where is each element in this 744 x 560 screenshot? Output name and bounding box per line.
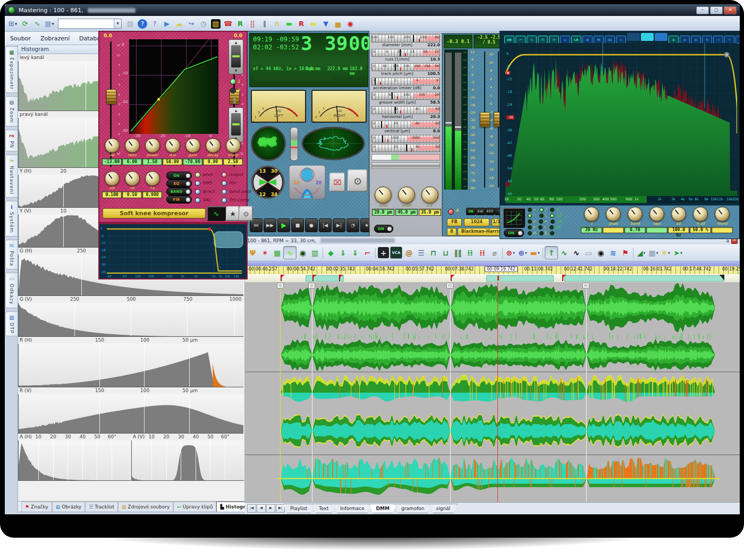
xy-pad-icon[interactable]: + <box>378 247 389 258</box>
gauge-button[interactable]: ◔ <box>346 218 359 232</box>
mode-led-bandpass[interactable]: band pass <box>222 189 251 194</box>
page-tab-signl[interactable]: signál <box>429 504 458 513</box>
knob-dB[interactable] <box>105 138 120 153</box>
filter-shape-row-0[interactable]: ⌐╱6 <box>528 208 559 212</box>
eq-grid-button[interactable] <box>503 208 525 228</box>
marker-flag-1[interactable] <box>312 275 314 281</box>
dmm-power-button[interactable]: ⊙ <box>348 169 368 192</box>
analyzer-mode-button-20[interactable]: ▯ <box>735 36 740 44</box>
record-dot-icon[interactable]: ◉ <box>344 18 356 30</box>
ffwd-button[interactable]: ▶▶ <box>264 218 276 232</box>
menu-item-soubor[interactable]: Soubor <box>10 35 31 42</box>
mode-led-VAL[interactable]: VAL <box>195 198 210 203</box>
bypass-red-icon[interactable]: ⊗▼ <box>504 247 517 259</box>
step-correction-icon[interactable]: ⌐ <box>361 247 374 259</box>
loop-a-icon[interactable]: ⊓ <box>427 247 439 259</box>
knob-taps[interactable] <box>649 207 664 222</box>
toggle-eq[interactable]: EQ <box>166 180 192 188</box>
starburst-icon[interactable]: ✳▼ <box>660 247 672 259</box>
channel-stack-icon[interactable]: ☰ <box>415 247 427 259</box>
tab-obrzky[interactable]: ▤Obrázky <box>52 502 85 512</box>
record-button[interactable]: ● <box>305 218 318 232</box>
minimize-button[interactable]: – <box>696 6 709 14</box>
marker-flag-2[interactable] <box>339 275 340 281</box>
wave-monitor-icon[interactable]: ∿ <box>31 18 43 30</box>
filter-shape-row-4[interactable]: ∅╳ <box>528 231 556 235</box>
toggle-iir[interactable]: IIR <box>466 208 476 215</box>
knob-band[interactable] <box>628 207 642 222</box>
marker-flag-0[interactable] <box>281 275 282 281</box>
marker-flag-4[interactable] <box>562 275 563 281</box>
knob-ratio[interactable] <box>125 138 140 153</box>
groove-width-track[interactable] <box>245 409 740 453</box>
tab-nav-3[interactable]: ▶| <box>276 504 285 513</box>
help-icon[interactable]: ? <box>138 19 147 29</box>
analyzer-mode-button-3[interactable]: ⊓ <box>538 36 548 44</box>
wave-display-icon[interactable]: ∿ <box>283 246 297 259</box>
menu-item-zobrazen[interactable]: Zobrazení <box>40 35 70 42</box>
faders-icon[interactable]: ‖‖ <box>452 247 464 259</box>
search-icon[interactable]: ⌀ <box>488 247 501 259</box>
toggle-fir[interactable]: FIR <box>476 208 485 215</box>
tab-tracklist[interactable]: ☰Tracklist <box>85 502 118 512</box>
funnel-icon[interactable]: ▼ <box>320 18 332 30</box>
play-button[interactable]: ▶ <box>277 218 290 232</box>
power-button[interactable]: ⊙ <box>239 206 253 221</box>
makeup-spinner[interactable]: ▲▼ <box>229 107 243 142</box>
prev-button[interactable]: |◀ <box>319 218 332 232</box>
maximize-button[interactable]: ▢ <box>710 6 723 14</box>
pull-down-right-icon[interactable]: ⇓ <box>349 247 361 259</box>
button-FB[interactable]: FB <box>447 218 462 226</box>
sidebar-tab-pošta[interactable]: ✉Pošta <box>5 240 18 269</box>
button-8[interactable]: 8 <box>447 228 456 236</box>
marker-flag-3[interactable] <box>451 275 452 281</box>
analyzer-mode-button-9[interactable]: Ш <box>605 36 615 44</box>
tab-nav-0[interactable]: |◀ <box>247 504 256 513</box>
page-tab-gramofon[interactable]: gramofon <box>394 504 432 513</box>
analyzer-mode-button-17[interactable]: 5 <box>702 36 712 44</box>
bypass-blue-icon[interactable]: ⊛▼ <box>517 247 529 259</box>
save-icon[interactable]: ▦ <box>271 247 283 259</box>
page-tab-informace[interactable]: Informace <box>333 504 371 513</box>
depth-track[interactable] <box>245 455 740 500</box>
tab-pravyklip[interactable]: ↩Úpravy klipů <box>173 502 216 512</box>
mode-led-output[interactable]: output <box>222 172 243 177</box>
stats-bars-icon[interactable]: ▥ <box>309 247 321 259</box>
section-handle-1[interactable]: (|) <box>308 283 315 289</box>
analyzer-mode-button-7[interactable]: ⊞ <box>582 36 593 44</box>
modulation-track[interactable] <box>245 374 740 405</box>
deck-icon[interactable]: ▭ <box>582 247 595 259</box>
record-green-icon[interactable]: R <box>234 18 246 30</box>
sidebar-tab-pn[interactable]: PNPN <box>5 130 18 151</box>
waveform-track-left[interactable] <box>245 283 740 332</box>
insert-clip-icon[interactable]: ◆ <box>325 247 337 259</box>
vca-icon[interactable]: VCA <box>390 247 402 259</box>
analyzer-mode-button-2[interactable]: ∿ <box>527 36 537 44</box>
left-level-fader[interactable] <box>106 89 116 104</box>
analyzer-mode-button-16[interactable]: ≡ <box>691 36 701 44</box>
time-ruler[interactable]: -00:00:46.25700:00:54.74200:02:35.74200:… <box>245 266 740 275</box>
selection-zone-1[interactable] <box>486 275 554 282</box>
knob-gate[interactable] <box>185 138 200 153</box>
analyzer-mode-button-13[interactable] <box>655 33 667 41</box>
knob-land[interactable] <box>375 186 392 203</box>
sliders-icon[interactable]: ‖ <box>259 18 270 30</box>
knob-mono[interactable] <box>715 207 730 222</box>
knob-power[interactable] <box>145 138 160 153</box>
signal-generator-icon[interactable]: ◉ <box>297 247 309 259</box>
section-handle-3[interactable]: (|) <box>582 283 589 289</box>
tab-znaky[interactable]: ⚑Značky <box>21 502 52 512</box>
soft-knee-kompresor-button[interactable]: Soft knee kompresor <box>103 208 206 218</box>
knob-sharp[interactable] <box>226 138 241 153</box>
sidebar-tab-dtp[interactable]: ▥DTP <box>5 311 18 337</box>
comment-icon[interactable]: ☁ <box>173 18 185 30</box>
filter-shape-row-2[interactable]: ∩≈18 <box>528 219 562 224</box>
wifi-icon[interactable]: ≋ <box>607 247 619 259</box>
laser-dot-icon[interactable]: ✶ <box>259 247 271 259</box>
green-slot-icon[interactable]: ▬ <box>283 18 295 30</box>
search-combobox[interactable]: ▼ <box>58 19 122 29</box>
vinyl-icon[interactable]: ◉ <box>595 247 607 259</box>
pattern-box-icon[interactable]: ▦▼ <box>647 247 660 259</box>
sidebar-tab-nastavení[interactable]: ✂Nastavení <box>5 155 18 198</box>
mode-led-filtr[interactable]: filtr <box>222 181 236 186</box>
